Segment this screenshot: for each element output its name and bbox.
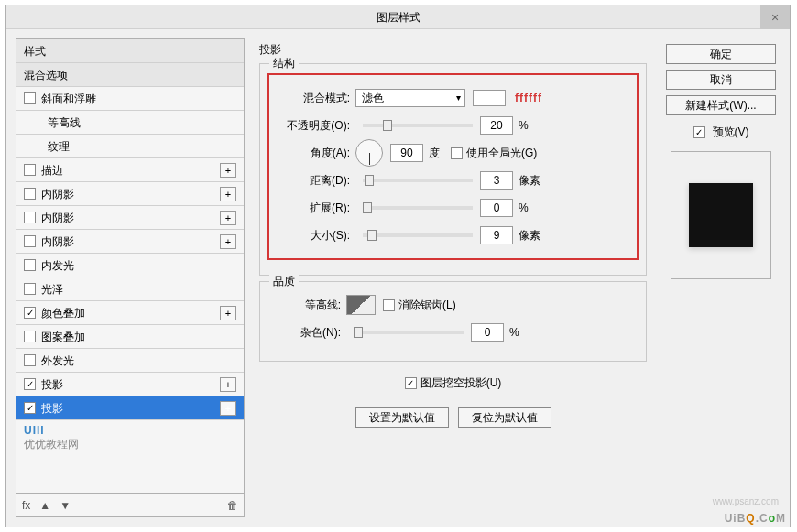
titlebar: 图层样式 × [6, 5, 790, 29]
settings-panel: 投影 结构 混合模式: 滤色 ffffff 不透明度(O): 20 % [252, 38, 654, 517]
style-checkbox[interactable]: ✓ [24, 378, 36, 390]
global-light-checkbox[interactable] [451, 147, 463, 159]
size-slider[interactable] [363, 233, 473, 237]
style-item-label: 外发光 [41, 349, 74, 373]
move-up-icon[interactable]: ▲ [39, 499, 50, 512]
noise-input[interactable]: 0 [471, 323, 504, 342]
opacity-slider[interactable] [363, 124, 473, 127]
angle-unit: 度 [429, 146, 440, 161]
distance-input[interactable]: 3 [480, 171, 513, 190]
contour-label: 等高线: [267, 298, 346, 313]
trash-icon[interactable]: 🗑 [227, 499, 238, 512]
style-checkbox[interactable] [24, 331, 36, 342]
make-default-button[interactable]: 设置为默认值 [355, 407, 449, 428]
style-item[interactable]: 纹理 [16, 135, 244, 158]
ok-button[interactable]: 确定 [666, 44, 776, 64]
style-item[interactable]: 描边+ [16, 158, 244, 182]
style-item-label: 内发光 [41, 254, 74, 277]
dialog-title: 图层样式 [377, 11, 420, 24]
style-checkbox[interactable] [24, 259, 36, 271]
opacity-label: 不透明度(O): [277, 118, 355, 134]
vendor-watermark: UIII 优优教程网 [16, 420, 244, 456]
style-item-label: 内阴影 [41, 182, 74, 206]
add-effect-button[interactable]: + [220, 401, 236, 416]
add-effect-button[interactable]: + [220, 306, 236, 320]
style-item[interactable]: ✓投影+ [16, 373, 244, 396]
noise-slider[interactable] [354, 331, 464, 334]
add-effect-button[interactable]: + [220, 234, 236, 249]
knockout-checkbox[interactable]: ✓ [405, 377, 417, 389]
corner-watermark: UiBQ.CoM [725, 507, 786, 527]
style-item-label: 斜面和浮雕 [41, 87, 96, 111]
style-item-label: 图案叠加 [41, 325, 85, 349]
reset-default-button[interactable]: 复位为默认值 [458, 407, 551, 428]
style-item-label: 纹理 [48, 135, 70, 158]
style-item[interactable]: 图案叠加 [16, 325, 244, 349]
style-item-label: 等高线 [48, 111, 81, 135]
preview-swatch [689, 183, 753, 247]
blend-mode-select[interactable]: 滤色 [355, 89, 465, 107]
structure-group: 结构 混合模式: 滤色 ffffff 不透明度(O): 20 % [259, 63, 647, 276]
effect-title: 投影 [259, 42, 647, 58]
styles-footer: fx ▲ ▼ 🗑 [16, 493, 244, 516]
hex-annotation: ffffff [515, 92, 542, 104]
blend-mode-label: 混合模式: [277, 91, 355, 106]
style-item-label: 内阴影 [41, 230, 74, 254]
style-checkbox[interactable]: ✓ [24, 402, 36, 414]
antialias-label: 消除锯齿(L) [398, 298, 456, 313]
style-item[interactable]: 斜面和浮雕 [16, 87, 244, 111]
spread-input[interactable]: 0 [480, 199, 513, 217]
style-item[interactable]: 内阴影+ [16, 182, 244, 206]
angle-input[interactable]: 90 [390, 144, 423, 162]
style-item[interactable]: 内发光 [16, 254, 244, 277]
add-effect-button[interactable]: + [220, 187, 236, 201]
close-button[interactable]: × [760, 5, 790, 29]
fx-menu[interactable]: fx [22, 499, 30, 512]
blend-options-header[interactable]: 混合选项 [16, 63, 244, 87]
style-checkbox[interactable] [24, 92, 36, 104]
style-item-label: 内阴影 [41, 206, 74, 230]
style-checkbox[interactable] [24, 354, 36, 366]
angle-dial[interactable] [355, 139, 383, 167]
styles-panel: 样式 混合选项 斜面和浮雕等高线纹理描边+内阴影+内阴影+内阴影+内发光光泽✓颜… [16, 38, 245, 517]
add-effect-button[interactable]: + [220, 163, 236, 178]
style-checkbox[interactable] [24, 212, 36, 223]
style-checkbox[interactable]: ✓ [24, 307, 36, 319]
style-item-label: 颜色叠加 [41, 301, 85, 325]
action-panel: 确定 取消 新建样式(W)... ✓ 预览(V) [661, 38, 781, 517]
style-item[interactable]: ✓投影+ [16, 396, 244, 420]
preview-checkbox[interactable]: ✓ [693, 126, 705, 138]
quality-label: 品质 [269, 274, 299, 289]
opacity-input[interactable]: 20 [480, 116, 513, 135]
style-item[interactable]: 光泽 [16, 277, 244, 301]
style-checkbox[interactable] [24, 283, 36, 295]
style-item-label: 投影 [41, 396, 63, 420]
add-effect-button[interactable]: + [220, 211, 236, 225]
opacity-unit: % [519, 119, 529, 132]
color-swatch[interactable] [473, 90, 506, 106]
move-down-icon[interactable]: ▼ [60, 499, 71, 512]
style-checkbox[interactable] [24, 188, 36, 200]
cancel-button[interactable]: 取消 [666, 70, 776, 90]
style-item[interactable]: 等高线 [16, 111, 244, 135]
angle-label: 角度(A): [277, 146, 355, 161]
new-style-button[interactable]: 新建样式(W)... [666, 95, 776, 115]
add-effect-button[interactable]: + [220, 377, 236, 392]
style-checkbox[interactable] [24, 235, 36, 247]
spread-slider[interactable] [363, 206, 473, 210]
style-item[interactable]: ✓颜色叠加+ [16, 301, 244, 325]
antialias-checkbox[interactable] [383, 299, 395, 311]
size-label: 大小(S): [277, 228, 355, 244]
style-item[interactable]: 内阴影+ [16, 206, 244, 230]
styles-header[interactable]: 样式 [16, 39, 244, 63]
quality-group: 品质 等高线: 消除锯齿(L) 杂色(N): 0 % [259, 281, 647, 362]
style-item[interactable]: 外发光 [16, 349, 244, 373]
style-item[interactable]: 内阴影+ [16, 230, 244, 254]
preview-label: 预览(V) [713, 125, 749, 140]
distance-slider[interactable] [363, 179, 473, 182]
contour-picker[interactable] [346, 295, 376, 315]
size-input[interactable]: 9 [480, 226, 513, 244]
style-item-label: 光泽 [41, 277, 63, 301]
style-checkbox[interactable] [24, 164, 36, 176]
style-item-label: 投影 [41, 373, 63, 396]
